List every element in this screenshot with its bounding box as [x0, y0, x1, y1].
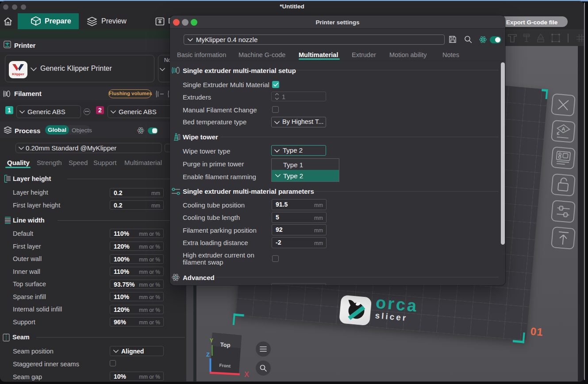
svg-text:Top: Top [220, 341, 231, 349]
svg-text:Front: Front [219, 363, 231, 369]
svg-text:Y: Y [210, 338, 213, 344]
svg-text:X: X [244, 371, 249, 378]
svg-text:Klipper: Klipper [12, 72, 24, 76]
svg-text:A: A [561, 126, 565, 132]
svg-text:Z: Z [206, 351, 210, 358]
